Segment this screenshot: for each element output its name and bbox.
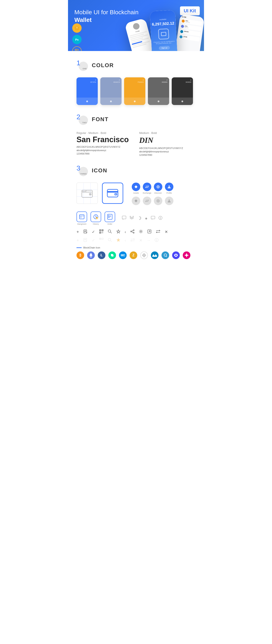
- main-content: 1 ONE COLOR #3574FA #8DA0C8 #F5A623 #666…: [68, 60, 204, 268]
- icon-assets-inactive: [132, 196, 140, 205]
- svg-rect-8: [107, 191, 118, 192]
- ps-badge: Ps: [72, 35, 82, 44]
- svg-point-13: [158, 186, 159, 188]
- svg-rect-76: [121, 254, 123, 255]
- blockchain-line: [76, 248, 82, 248]
- section-number-1: 1 ONE: [76, 60, 88, 71]
- svg-rect-46: [102, 232, 102, 232]
- icon-qr: [99, 229, 104, 234]
- icon-arrow-box: [147, 229, 152, 234]
- svg-point-88: [188, 255, 188, 256]
- svg-rect-41: [100, 230, 100, 230]
- icon-info: [158, 216, 162, 221]
- color-swatches: #3574FA #8DA0C8 #F5A623 #666666 #303030: [76, 77, 196, 105]
- management-icon: [76, 212, 87, 222]
- icon-plus: +: [76, 230, 79, 234]
- discover-icon: [154, 182, 162, 191]
- crypto-btc: ₿: [76, 252, 84, 259]
- font-din-style: Medium · Bold: [139, 131, 196, 134]
- icon-info-inactive: [155, 238, 158, 243]
- svg-marker-69: [117, 238, 120, 242]
- icon-check-inactive: ✓: [92, 238, 95, 243]
- utility-icons-row-inactive: + ✓ ‹ ✕ →: [76, 238, 196, 243]
- icon-swap: [156, 229, 160, 234]
- font-din: Medium · Bold DIN ABCDEFGHIJKLMNOPQRSTUV…: [139, 131, 196, 156]
- icon-moon: ☽: [137, 216, 142, 221]
- crypto-dash: [119, 252, 127, 259]
- svg-rect-65: [100, 238, 100, 239]
- svg-point-17: [158, 200, 159, 202]
- svg-point-87: [185, 255, 186, 256]
- icon-exchange-inactive: [143, 196, 151, 205]
- icon-wallet-solid: [102, 182, 123, 204]
- svg-point-78: [123, 254, 125, 256]
- svg-point-53: [133, 230, 134, 231]
- icon-section-header: 3 THREE ICON: [76, 165, 196, 176]
- icon-chat: [122, 216, 126, 221]
- icon-doc-edit: [83, 229, 88, 234]
- section-title-icon: ICON: [92, 167, 107, 174]
- font-sf-nums: 1234567890: [76, 152, 133, 155]
- icon-doc-inactive: [83, 238, 88, 243]
- assets-label: Assets: [133, 192, 139, 194]
- font-sf: Regular · Medium · Bold San Francisco AB…: [76, 131, 133, 156]
- font-section-header: 2 TWO FONT: [76, 114, 196, 125]
- app-icons-row: Mangment History: [76, 212, 196, 225]
- profile-label: Profile: [166, 192, 172, 194]
- font-sf-name: San Francisco: [76, 136, 133, 144]
- icon-wireframe-guidelines: [76, 182, 98, 204]
- svg-line-57: [132, 230, 133, 231]
- font-grid: Regular · Medium · Bold San Francisco AB…: [76, 131, 196, 156]
- management-label: Mangment: [77, 223, 86, 225]
- order-label: Order: [107, 223, 112, 225]
- section-title-font: FONT: [92, 116, 108, 123]
- sketch-badge: [72, 24, 82, 33]
- icon-chevron-left: ‹: [125, 230, 126, 234]
- svg-rect-48: [102, 233, 102, 233]
- section-sub-1: ONE: [82, 68, 87, 70]
- icon-exchange: Exchange: [143, 182, 151, 194]
- crypto-icons-row: ₿ Ł Z: [76, 252, 196, 259]
- icon-search-inactive: [108, 238, 112, 243]
- crypto-dot: [183, 252, 190, 259]
- blockchain-label-section: BlockChain Icon: [76, 246, 196, 249]
- svg-rect-66: [102, 238, 103, 240]
- utility-icons-row-1: + ✓ ‹ ✕: [76, 229, 196, 234]
- icon-star-active: [116, 238, 120, 243]
- hero-section: Mobile UI for Blockchain Wallet UI Kit P…: [68, 0, 204, 51]
- crypto-iota: [140, 252, 148, 259]
- svg-rect-31: [122, 216, 126, 219]
- font-sf-style: Regular · Medium · Bold: [76, 131, 133, 134]
- screens-count: 60+: [74, 49, 80, 51]
- assets-icon: [132, 182, 140, 191]
- svg-rect-30: [108, 217, 109, 218]
- svg-line-51: [110, 232, 112, 233]
- icon-discover-inactive: [154, 196, 162, 205]
- crypto-qtum: [162, 252, 169, 259]
- order-icon: [104, 212, 115, 222]
- svg-line-60: [149, 231, 150, 232]
- svg-point-55: [133, 232, 134, 233]
- svg-marker-11: [134, 185, 138, 188]
- swatch-dark: #303030: [172, 77, 193, 105]
- svg-point-72: [156, 239, 157, 240]
- svg-point-84: [186, 254, 188, 256]
- swatch-blue: #3574FA: [76, 77, 98, 105]
- assets-icon-inactive: [132, 196, 140, 205]
- swatch-gray: #666666: [148, 77, 169, 105]
- svg-rect-28: [108, 215, 109, 216]
- phone-mockup-2: myWallet 6,297,502.12 Character may be m…: [150, 10, 178, 51]
- svg-marker-15: [134, 199, 138, 202]
- svg-point-58: [140, 231, 142, 232]
- svg-rect-24: [108, 214, 112, 219]
- icon-check: ✓: [92, 230, 95, 234]
- svg-marker-73: [90, 253, 92, 256]
- svg-rect-77: [121, 256, 123, 256]
- svg-rect-29: [108, 216, 109, 217]
- icon-star: [116, 229, 120, 234]
- icon-close-inactive: ✕: [139, 238, 142, 243]
- font-din-nums: 1234567890: [139, 154, 196, 156]
- color-section-header: 1 ONE COLOR: [76, 60, 196, 71]
- hero-badges: Ps 60+ Screens: [72, 24, 82, 51]
- section-num-text-1: 1: [76, 60, 80, 66]
